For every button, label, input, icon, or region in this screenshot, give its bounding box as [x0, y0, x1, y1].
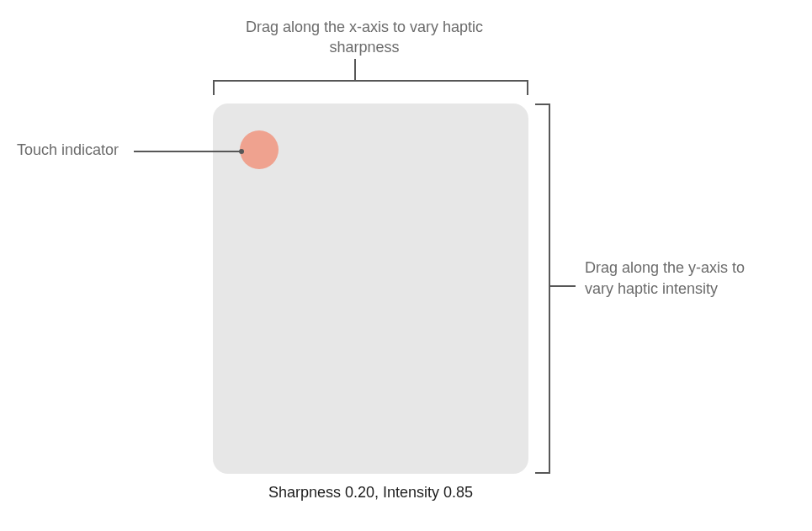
touch-indicator-leader-line: [134, 151, 241, 152]
x-axis-bracket: [213, 80, 528, 95]
y-axis-callout-stem: [550, 285, 576, 287]
y-axis-instruction: Drag along the y-axis to vary haptic int…: [585, 258, 749, 300]
x-axis-instruction: Drag along the x-axis to vary haptic sha…: [213, 17, 516, 58]
x-axis-callout-stem: [354, 59, 356, 81]
values-readout: Sharpness 0.20, Intensity 0.85: [213, 484, 528, 502]
y-axis-bracket: [535, 104, 550, 474]
diagram-canvas: Drag along the x-axis to vary haptic sha…: [0, 0, 812, 531]
touch-indicator-dot[interactable]: [240, 130, 279, 169]
touch-indicator-label: Touch indicator: [17, 141, 119, 159]
haptic-touchpad[interactable]: [213, 104, 528, 474]
